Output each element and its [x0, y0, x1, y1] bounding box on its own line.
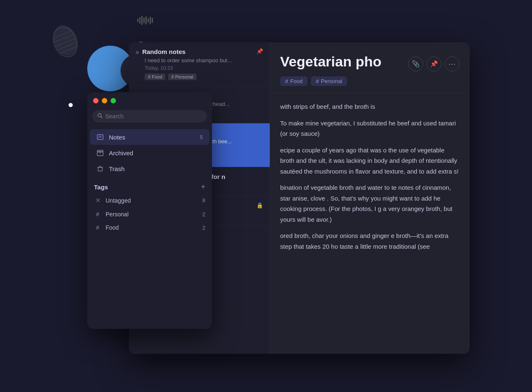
- note-header-actions: 📎 📌 ···: [408, 56, 460, 71]
- maximize-button[interactable]: [111, 98, 116, 103]
- trash-icon: [96, 165, 104, 172]
- svg-rect-14: [98, 167, 102, 171]
- tag-hash: #: [316, 78, 319, 84]
- note-header-tags: # Food # Personal: [280, 76, 460, 86]
- pin-button[interactable]: 📌: [426, 56, 441, 71]
- note-content-panel: Vegetarian pho 📎 📌 ···: [270, 42, 470, 354]
- body-para-4: ored broth, char your onions and ginger …: [280, 230, 460, 252]
- note-type-icon: ≡: [135, 49, 139, 56]
- body-para-0: with strips of beef, and the broth is: [280, 101, 460, 112]
- bg-sound-wave: [137, 16, 153, 25]
- more-icon: ···: [448, 60, 456, 69]
- lock-icon: 🔒: [256, 202, 263, 208]
- search-icon: [97, 113, 103, 120]
- sidebar-item-trash[interactable]: Trash: [90, 161, 209, 176]
- tag-label: Food: [290, 78, 303, 84]
- note-tag-food: # Food: [145, 74, 165, 80]
- tag-label-personal: Personal: [106, 211, 198, 218]
- pin-icon: 📌: [430, 60, 438, 68]
- svg-rect-12: [97, 150, 103, 152]
- bg-striped-oval: [48, 22, 83, 61]
- body-para-3: bination of vegetable broth and water to…: [280, 182, 460, 225]
- body-para-2: ecipe a couple of years ago that was o t…: [280, 145, 460, 177]
- notes-count: 5: [200, 134, 203, 140]
- sidebar-item-archived[interactable]: Archived: [90, 145, 209, 161]
- tag-label-food: Food: [106, 224, 198, 231]
- attach-icon: 📎: [412, 60, 420, 68]
- notes-icon: [96, 133, 104, 141]
- notes-label: Notes: [109, 134, 195, 141]
- note-item-random-notes[interactable]: ≡ Random notes 📌 I need to order some sh…: [129, 42, 270, 86]
- archived-label: Archived: [109, 149, 203, 157]
- minimize-button[interactable]: [102, 98, 107, 103]
- tag-count-untagged: 8: [202, 197, 205, 203]
- more-button[interactable]: ···: [445, 56, 460, 71]
- tag-count-food: 2: [202, 225, 205, 231]
- pin-icon: 📌: [256, 48, 263, 54]
- tag-label: Personal: [321, 78, 342, 84]
- svg-line-7: [101, 117, 102, 118]
- svg-line-4: [56, 42, 78, 51]
- note-header: Vegetarian pho 📎 📌 ···: [270, 42, 470, 93]
- note-date: Today, 10:23: [145, 65, 263, 71]
- app-wrapper: ≡ Random notes 📌 I need to order some sh…: [87, 42, 470, 366]
- food-hash-icon: #: [94, 224, 101, 231]
- note-main-title: Vegetarian pho: [280, 54, 382, 69]
- search-bar[interactable]: Search: [92, 110, 207, 122]
- tags-section-header: Tags +: [87, 178, 212, 193]
- note-preview: I need to order some shampoo but...: [145, 57, 263, 64]
- body-para-1: To make mine vegetarian, I substituted h…: [280, 118, 460, 139]
- bg-dot-white: [69, 103, 73, 107]
- header-tag-food[interactable]: # Food: [280, 76, 308, 86]
- add-tag-button[interactable]: +: [201, 183, 205, 191]
- tag-item-food[interactable]: # Food 2: [87, 221, 212, 234]
- sidebar-window: Search Notes 5: [87, 92, 212, 329]
- personal-hash-icon: #: [94, 211, 101, 218]
- svg-line-2: [53, 34, 75, 43]
- tag-count-personal: 2: [202, 211, 205, 218]
- tag-item-personal[interactable]: # Personal 2: [87, 208, 212, 221]
- untagged-icon: ✕: [94, 196, 101, 204]
- tags-title: Tags: [94, 184, 197, 191]
- sidebar-nav: Notes 5 Archived: [87, 127, 212, 178]
- sidebar-item-notes[interactable]: Notes 5: [90, 129, 209, 145]
- search-placeholder: Search: [105, 113, 123, 120]
- note-body: with strips of beef, and the broth is To…: [270, 93, 470, 354]
- note-tags: # Food # Personal: [145, 74, 263, 80]
- header-tag-personal[interactable]: # Personal: [311, 76, 347, 86]
- attach-button[interactable]: 📎: [408, 56, 423, 71]
- tag-hash: #: [285, 78, 288, 84]
- trash-label: Trash: [109, 165, 203, 172]
- window-titlebar: [87, 92, 212, 108]
- archived-icon: [96, 149, 104, 157]
- tag-item-untagged[interactable]: ✕ Untagged 8: [87, 193, 212, 208]
- svg-rect-8: [97, 135, 103, 140]
- svg-line-3: [54, 38, 76, 47]
- note-title: Random notes: [142, 48, 253, 55]
- note-tag-personal: # Personal: [168, 74, 197, 80]
- close-button[interactable]: [93, 98, 99, 103]
- tag-label-untagged: Untagged: [106, 197, 198, 204]
